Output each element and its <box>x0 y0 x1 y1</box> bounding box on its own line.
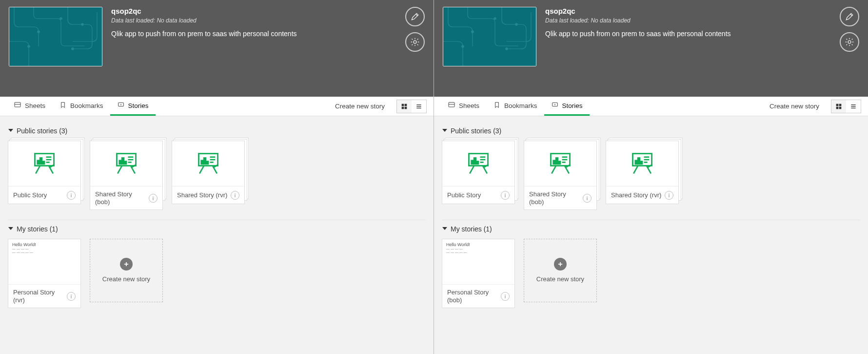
create-story-card[interactable]: Create new story <box>524 239 597 302</box>
bookmark-icon <box>493 101 501 110</box>
svg-point-2 <box>60 18 62 20</box>
info-icon[interactable]: i <box>67 191 76 200</box>
plus-icon <box>120 258 133 271</box>
svg-rect-20 <box>38 161 39 164</box>
settings-button[interactable] <box>405 32 425 52</box>
svg-point-6 <box>414 41 416 43</box>
app-thumbnail[interactable] <box>443 7 536 66</box>
svg-rect-11 <box>402 104 404 106</box>
app-pane: qsop2qc Data last loaded: No data loaded… <box>0 0 434 354</box>
app-thumbnail[interactable] <box>9 7 102 66</box>
public-story-card[interactable]: Shared Story (rvr) i <box>172 141 245 204</box>
svg-marker-18 <box>8 129 13 132</box>
nav-tabs: Sheets Bookmarks Stories Create new stor… <box>434 97 868 116</box>
create-card-label: Create new story <box>102 275 150 284</box>
svg-rect-64 <box>839 104 842 106</box>
info-icon[interactable]: i <box>501 191 510 200</box>
story-title: Shared Story (rvr) <box>177 191 227 199</box>
public-stories-header[interactable]: Public stories (3) <box>8 127 426 135</box>
public-story-card[interactable]: Shared Story (bob) i <box>90 141 163 210</box>
svg-rect-92 <box>635 161 637 164</box>
svg-rect-66 <box>839 106 842 109</box>
list-view-button[interactable] <box>412 100 426 113</box>
svg-rect-82 <box>553 161 555 164</box>
info-icon[interactable]: i <box>67 292 76 301</box>
grid-view-button[interactable] <box>831 100 846 113</box>
create-story-link[interactable]: Create new story <box>762 103 827 110</box>
info-icon[interactable]: i <box>501 292 510 301</box>
svg-rect-32 <box>124 162 126 164</box>
svg-line-46 <box>199 166 204 173</box>
tab-stories[interactable]: Stories <box>544 97 590 116</box>
tab-bookmarks[interactable]: Bookmarks <box>52 97 110 116</box>
chevron-down-icon <box>442 225 448 233</box>
app-pane: qsop2qc Data last loaded: No data loaded… <box>434 0 868 354</box>
info-icon[interactable]: i <box>149 194 158 203</box>
app-description: Qlik app to push from on prem to saas wi… <box>111 30 399 38</box>
svg-point-1 <box>38 31 39 33</box>
svg-rect-59 <box>449 102 454 106</box>
svg-marker-70 <box>442 129 447 132</box>
public-story-card[interactable]: Shared Story (bob) i <box>524 141 597 210</box>
story-thumb <box>524 141 596 186</box>
svg-rect-40 <box>201 161 203 164</box>
svg-rect-7 <box>15 102 20 106</box>
tab-bookmarks[interactable]: Bookmarks <box>486 97 544 116</box>
svg-rect-12 <box>405 104 407 106</box>
svg-rect-30 <box>119 161 121 164</box>
grid-view-button[interactable] <box>397 100 412 113</box>
svg-marker-101 <box>442 227 447 230</box>
tab-label: Stories <box>562 102 583 109</box>
tab-sheets[interactable]: Sheets <box>7 97 52 116</box>
svg-rect-52 <box>443 7 536 66</box>
create-story-card[interactable]: Create new story <box>90 239 163 302</box>
svg-point-55 <box>462 45 464 47</box>
info-icon[interactable]: i <box>583 194 592 203</box>
public-story-card[interactable]: Public Story i <box>8 141 81 204</box>
story-title: Shared Story (bob) <box>529 190 580 206</box>
public-story-card[interactable]: Shared Story (rvr) i <box>606 141 679 204</box>
tab-label: Sheets <box>459 102 479 109</box>
edit-button[interactable] <box>840 7 859 26</box>
svg-rect-65 <box>836 106 839 109</box>
public-story-card[interactable]: Public Story i <box>442 141 515 204</box>
info-icon[interactable]: i <box>665 191 673 200</box>
svg-rect-14 <box>405 106 407 109</box>
svg-line-36 <box>118 166 122 173</box>
section-title: My stories (1) <box>451 225 492 233</box>
data-loaded-status: Data last loaded: No data loaded <box>545 17 834 24</box>
tab-stories[interactable]: Stories <box>110 97 156 116</box>
svg-point-57 <box>506 48 508 50</box>
chevron-down-icon <box>8 225 14 233</box>
info-icon[interactable]: i <box>231 191 239 200</box>
app-title: qsop2qc <box>545 7 834 15</box>
create-story-link[interactable]: Create new story <box>327 103 393 110</box>
my-story-card[interactable]: Hello World! — — — — — — — — — Personal … <box>442 239 515 308</box>
plus-icon <box>554 258 567 271</box>
my-stories-header[interactable]: My stories (1) <box>8 225 426 233</box>
app-description: Qlik app to push from on prem to saas wi… <box>545 30 834 38</box>
section-title: My stories (1) <box>17 225 58 233</box>
my-stories-header[interactable]: My stories (1) <box>442 225 860 233</box>
public-stories-header[interactable]: Public stories (3) <box>442 127 860 135</box>
svg-marker-62 <box>554 104 555 105</box>
svg-point-4 <box>81 23 83 25</box>
svg-rect-0 <box>9 7 102 66</box>
list-view-button[interactable] <box>846 100 861 113</box>
svg-point-53 <box>472 31 473 33</box>
svg-line-88 <box>552 166 556 173</box>
tab-label: Sheets <box>25 102 45 109</box>
svg-rect-73 <box>474 158 476 164</box>
tab-sheets[interactable]: Sheets <box>441 97 486 116</box>
story-thumb <box>442 141 514 186</box>
svg-rect-93 <box>638 158 640 164</box>
section-title: Public stories (3) <box>17 127 67 135</box>
svg-point-56 <box>515 23 517 25</box>
view-toggle <box>831 100 861 113</box>
my-story-card[interactable]: Hello World! — — — — — — — — — Personal … <box>8 239 81 308</box>
section-title: Public stories (3) <box>451 127 501 135</box>
story-title: Shared Story (bob) <box>95 190 146 206</box>
svg-rect-63 <box>836 104 839 106</box>
edit-button[interactable] <box>405 7 425 26</box>
settings-button[interactable] <box>840 32 859 52</box>
